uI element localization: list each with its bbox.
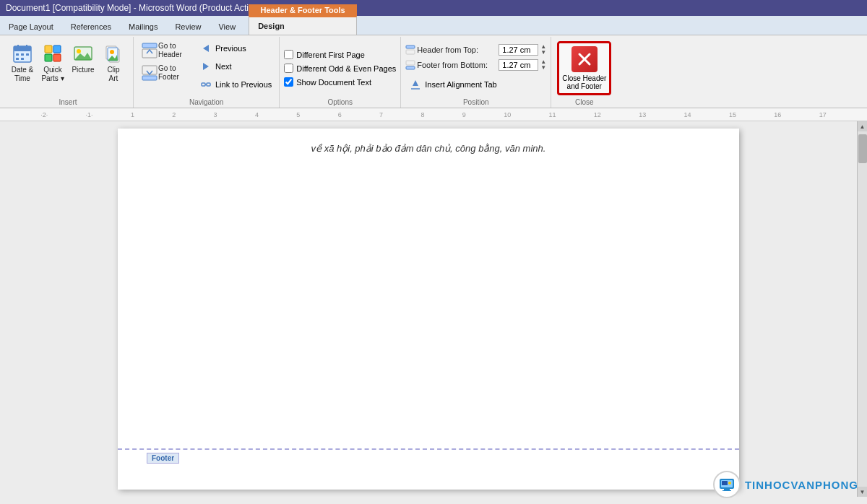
svg-rect-7	[16, 58, 19, 60]
header-position-icon	[405, 45, 415, 55]
svg-rect-8	[21, 58, 24, 60]
previous-icon	[199, 41, 213, 56]
header-from-top-row: Header from Top: ▲▼	[405, 44, 546, 56]
group-navigation-label: Navigation	[138, 97, 275, 108]
diff-odd-even-label: Different Odd & Even Pages	[296, 64, 396, 73]
svg-point-19	[110, 50, 114, 54]
quick-parts-icon	[41, 42, 64, 65]
clip-art-icon	[102, 42, 125, 65]
svg-point-41	[728, 482, 731, 485]
show-doc-text-label: Show Document Text	[296, 78, 371, 87]
group-position-label: Position	[405, 97, 546, 108]
go-to-header-label: Go toHeader	[158, 42, 182, 59]
tab-page-layout[interactable]: Page Layout	[0, 19, 62, 35]
link-previous-button[interactable]: Link to Previous	[196, 76, 275, 93]
group-navigation: Go toHeader Go toFooter	[134, 37, 280, 108]
svg-point-14	[77, 49, 81, 53]
show-doc-text-check[interactable]: Show Document Text	[284, 76, 371, 88]
tab-references[interactable]: References	[62, 19, 120, 35]
svg-rect-32	[406, 61, 415, 65]
next-button[interactable]: Next	[196, 58, 275, 75]
vertical-scrollbar[interactable]: ▲ ▼	[857, 121, 867, 497]
svg-rect-10	[53, 45, 61, 53]
link-previous-label: Link to Previous	[215, 80, 272, 89]
diff-odd-even-check[interactable]: Different Odd & Even Pages	[284, 62, 396, 74]
previous-button[interactable]: Previous	[196, 40, 275, 57]
go-to-header-icon	[141, 42, 158, 59]
scroll-down-arrow[interactable]: ▼	[858, 487, 868, 497]
svg-marker-26	[203, 63, 209, 70]
svg-rect-5	[21, 53, 24, 56]
clip-art-button[interactable]: ClipArt	[98, 40, 129, 85]
next-label: Next	[215, 62, 232, 71]
diff-first-label: Different First Page	[296, 51, 365, 59]
group-insert: Date &Time QuickParts ▾	[3, 37, 134, 108]
footer-position-icon	[405, 60, 415, 70]
diff-odd-even-checkbox[interactable]	[284, 64, 293, 73]
nav-buttons-col: Previous Next Li	[196, 40, 275, 93]
previous-label: Previous	[215, 44, 246, 53]
scroll-up-arrow[interactable]: ▲	[858, 121, 868, 131]
date-time-label: Date &Time	[12, 66, 34, 83]
footer-bottom-label: Footer from Bottom:	[417, 61, 496, 69]
clip-art-label: ClipArt	[107, 66, 119, 83]
branding: TINHOCVANPHONG	[713, 471, 858, 497]
svg-rect-30	[406, 45, 415, 48]
diff-first-check[interactable]: Different First Page	[284, 48, 365, 61]
quick-parts-button[interactable]: QuickParts ▾	[38, 40, 68, 85]
close-header-footer-button[interactable]: Close Headerand Footer	[557, 41, 611, 95]
scroll-thumb[interactable]	[858, 134, 867, 163]
svg-rect-11	[45, 54, 52, 61]
contextual-tab-label: Header & Footer Tools	[249, 4, 357, 16]
footer-area: Footer	[118, 448, 739, 490]
header-top-spin[interactable]: ▲▼	[540, 44, 546, 56]
next-icon	[199, 59, 213, 74]
group-options-label: Options	[284, 97, 396, 108]
group-options: Different First Page Different Odd & Eve…	[280, 37, 401, 108]
go-to-footer-button[interactable]: Go toFooter	[138, 62, 189, 83]
svg-rect-23	[142, 66, 157, 74]
title-bar: Document1 [Compatibility Mode] - Microso…	[0, 0, 867, 16]
document-area: ·2··1·1234567891011121314151617 về xã hộ…	[0, 108, 867, 497]
svg-rect-31	[406, 50, 415, 54]
go-to-footer-icon	[141, 64, 158, 82]
page-container: về xã hội, phải bảo đảm dân chủ, công bằ…	[0, 121, 857, 497]
brand-logo	[713, 471, 741, 497]
tab-mailings[interactable]: Mailings	[120, 19, 166, 35]
insert-alignment-tab-button[interactable]: Insert Alignment Tab	[405, 76, 499, 93]
group-insert-label: Insert	[7, 97, 129, 108]
ribbon-tabs-wrapper: Page Layout References Mailings Review V…	[0, 16, 867, 35]
diff-first-checkbox[interactable]	[284, 50, 293, 59]
header-top-input[interactable]	[499, 44, 538, 56]
svg-rect-33	[406, 66, 415, 69]
svg-rect-12	[53, 54, 61, 61]
tab-view[interactable]: View	[210, 19, 244, 35]
page-body[interactable]	[147, 168, 710, 472]
go-to-footer-label: Go toFooter	[158, 64, 179, 82]
footer-bottom-spin[interactable]: ▲▼	[540, 59, 546, 71]
tab-review[interactable]: Review	[166, 19, 210, 35]
ribbon: Date &Time QuickParts ▾	[0, 35, 867, 108]
svg-rect-43	[722, 490, 731, 491]
go-to-header-button[interactable]: Go toHeader	[138, 40, 189, 61]
footer-from-bottom-row: Footer from Bottom: ▲▼	[405, 59, 546, 71]
footer-label: Footer	[147, 453, 179, 464]
svg-rect-4	[16, 53, 19, 56]
picture-button[interactable]: Picture	[68, 40, 98, 77]
close-header-footer-label: Close Headerand Footer	[562, 74, 606, 90]
date-time-button[interactable]: Date &Time	[7, 40, 38, 85]
show-doc-text-checkbox[interactable]	[284, 77, 293, 87]
svg-rect-6	[26, 53, 29, 56]
svg-rect-40	[722, 481, 728, 485]
svg-rect-1	[14, 46, 31, 51]
brand-text: TINHOCVANPHONG	[745, 479, 858, 491]
close-header-footer-icon	[571, 46, 598, 72]
svg-rect-42	[724, 489, 730, 490]
tab-design[interactable]: Design	[249, 16, 357, 35]
footer-bottom-input[interactable]	[499, 59, 538, 71]
footer-content[interactable]	[147, 465, 710, 487]
svg-rect-9	[45, 45, 52, 53]
picture-label: Picture	[72, 66, 94, 74]
page: về xã hội, phải bảo đảm dân chủ, công bằ…	[118, 129, 739, 490]
group-position: Header from Top: ▲▼ Footer from Bottom: …	[401, 37, 551, 108]
